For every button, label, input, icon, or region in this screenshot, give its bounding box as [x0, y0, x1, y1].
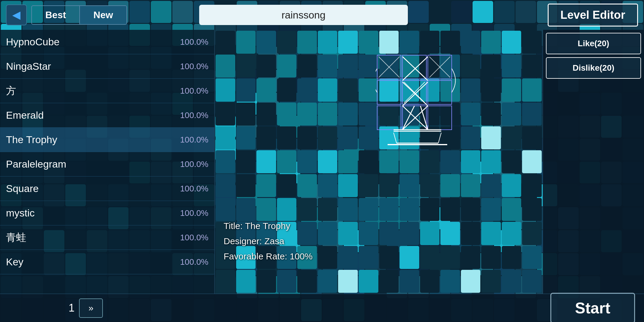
list-item[interactable]: Square 100.0%	[0, 177, 214, 201]
preview-tile	[502, 270, 521, 293]
svg-rect-5	[428, 80, 452, 104]
preview-tile	[318, 126, 338, 149]
preview-tile	[277, 198, 297, 221]
preview-tile	[216, 78, 235, 101]
preview-tile	[359, 103, 378, 126]
preview-tile	[236, 78, 256, 101]
preview-tile	[256, 150, 276, 173]
preview-tile	[256, 126, 276, 149]
preview-tile	[297, 198, 317, 221]
preview-tile	[236, 55, 256, 78]
preview-tile	[502, 31, 521, 54]
preview-tile	[440, 198, 460, 221]
list-item[interactable]: HypnoCube 100.0%	[0, 30, 214, 54]
preview-tile	[277, 31, 297, 54]
list-item[interactable]: Key 100.0%	[0, 250, 214, 274]
preview-tile	[318, 31, 338, 54]
preview-tile	[256, 31, 276, 54]
preview-tile	[359, 198, 378, 221]
preview-tile	[256, 55, 276, 78]
preview-tile	[359, 31, 378, 54]
preview-tile	[216, 198, 235, 221]
preview-tile	[400, 270, 419, 293]
preview-tile	[522, 150, 542, 173]
preview-tile	[481, 78, 501, 101]
list-item[interactable]: NingaStar 100.0%	[0, 54, 214, 79]
preview-tile	[481, 31, 501, 54]
preview-tile	[461, 246, 481, 269]
preview-tile	[216, 150, 235, 173]
preview-tile	[338, 103, 358, 126]
preview-tile	[461, 55, 481, 78]
preview-tile	[338, 150, 358, 173]
preview-tile	[379, 198, 399, 221]
list-item[interactable]: The Trophy 100.0%	[0, 128, 214, 152]
start-button[interactable]: Start	[550, 293, 635, 322]
preview-tile	[420, 31, 440, 54]
svg-rect-3	[377, 80, 401, 104]
preview-tile	[236, 103, 256, 126]
svg-rect-6	[377, 106, 401, 130]
next-page-button[interactable]: »	[79, 298, 103, 318]
tab-new[interactable]: New	[80, 6, 126, 24]
preview-tile	[216, 55, 235, 78]
list-item[interactable]: 青蛙 100.0%	[0, 225, 214, 250]
preview-tile	[338, 126, 358, 149]
preview-tile	[400, 246, 419, 269]
preview-tile	[338, 198, 358, 221]
preview-tile	[440, 270, 460, 293]
preview-tile	[481, 126, 501, 149]
preview-tile	[216, 270, 235, 293]
footer: 1 » Start	[0, 294, 644, 322]
preview-tile	[297, 31, 317, 54]
preview-tile	[359, 246, 378, 269]
preview-tile	[502, 55, 521, 78]
preview-tile	[236, 174, 256, 197]
list-item[interactable]: 方 100.0%	[0, 79, 214, 103]
preview-tile	[256, 103, 276, 126]
preview-tile	[481, 55, 501, 78]
trophy-preview	[376, 54, 459, 158]
preview-tile	[277, 174, 297, 197]
list-item[interactable]: Paralelegram 100.0%	[0, 152, 214, 177]
page-number: 1	[69, 302, 75, 314]
list-panel: HypnoCube 100.0% NingaStar 100.0% 方 100.…	[0, 30, 215, 294]
preview-tile	[236, 150, 256, 173]
main-container: ◀ Best New Level Editor HypnoCube 100.0%…	[0, 0, 644, 322]
preview-tile	[481, 222, 501, 245]
dislike-button[interactable]: Dislike(20)	[546, 57, 641, 79]
list-item[interactable]: mystic 100.0%	[0, 201, 214, 225]
level-editor-button[interactable]: Level Editor	[548, 4, 638, 27]
preview-tile	[440, 31, 460, 54]
preview-tile	[461, 174, 481, 197]
preview-tile	[318, 222, 338, 245]
preview-tile	[502, 103, 521, 126]
preview-tile	[297, 174, 317, 197]
preview-tile	[522, 222, 542, 245]
preview-tile	[420, 270, 440, 293]
preview-tile	[338, 246, 358, 269]
preview-tile	[522, 55, 542, 78]
preview-tile	[420, 246, 440, 269]
list-item[interactable]: Emerald 100.0%	[0, 103, 214, 128]
preview-tile	[236, 198, 256, 221]
preview-tile	[502, 78, 521, 101]
preview-tile	[522, 270, 542, 293]
search-input[interactable]	[205, 9, 402, 21]
detail-designer: Designer: Zasa	[224, 233, 313, 249]
preview-tile	[359, 222, 378, 245]
preview-tile	[379, 174, 399, 197]
preview-tile	[297, 270, 317, 293]
tab-best[interactable]: Best	[32, 6, 79, 24]
preview-tile	[216, 103, 235, 126]
preview-tile	[502, 222, 521, 245]
preview-tile	[481, 198, 501, 221]
preview-tile	[318, 78, 338, 101]
preview-tile	[256, 198, 276, 221]
preview-tile	[522, 126, 542, 149]
preview-tile	[522, 78, 542, 101]
preview-tile	[461, 103, 481, 126]
preview-tile	[522, 246, 542, 269]
back-button[interactable]: ◀	[6, 4, 27, 25]
like-button[interactable]: Like(20)	[546, 33, 641, 54]
